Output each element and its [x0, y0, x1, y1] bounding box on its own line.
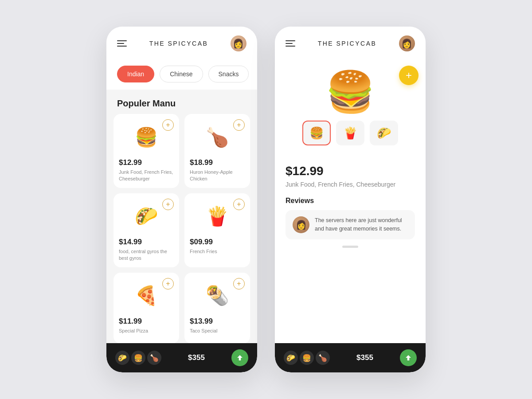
- phone2-header: THE SPICYCAB 👩: [275, 27, 426, 59]
- phones-container: THE SPICYCAB 👩 Indian Chinese Snacks Pop…: [106, 27, 426, 372]
- phone2-avatar[interactable]: 👩: [399, 35, 415, 51]
- item-1-price: $12.99: [119, 158, 174, 167]
- item-3-desc: food, central gyros the best gyros: [119, 248, 174, 262]
- tab-snacks[interactable]: Snacks: [208, 66, 249, 82]
- phone2-checkout-button[interactable]: [400, 349, 417, 366]
- add-item-1-button[interactable]: +: [162, 119, 174, 131]
- item-5-price: $11.99: [119, 317, 174, 326]
- hamburger-menu-icon[interactable]: [117, 40, 127, 47]
- detail-info: $12.99 Junk Food, French Fries, Cheesebu…: [275, 157, 426, 261]
- section-title: Populer Manu: [106, 90, 257, 114]
- menu-item-5[interactable]: + 🍕 $11.99 Special Pizza: [113, 273, 179, 344]
- item-5-desc: Special Pizza: [119, 328, 174, 334]
- scroll-indicator: [286, 239, 415, 254]
- phone2-app-title: THE SPICYCAB: [318, 40, 377, 47]
- detail-add-button[interactable]: +: [399, 66, 419, 85]
- arrow-up-icon: [236, 354, 244, 362]
- avatar[interactable]: 👩: [231, 35, 246, 51]
- phone1-header: THE SPICYCAB 👩: [106, 27, 257, 59]
- menu-item-2[interactable]: + 🍗 $18.99 Huron Honey-Apple Chicken: [184, 114, 250, 188]
- thumbnail-1[interactable]: 🍔: [302, 121, 331, 145]
- detail-image-area: + 🍔 🍔 🍟 🌮: [275, 59, 426, 157]
- phone2-cart-total: $355: [333, 353, 396, 362]
- add-item-4-button[interactable]: +: [233, 199, 245, 210]
- menu-item-6[interactable]: + 🌯 $13.99 Taco Special: [184, 273, 250, 344]
- menu-item-4[interactable]: + 🍟 $09.99 French Fries: [184, 193, 250, 267]
- tab-indian[interactable]: Indian: [117, 66, 154, 82]
- category-tabs: Indian Chinese Snacks: [106, 59, 257, 90]
- cart-total: $355: [165, 353, 228, 362]
- phone-2: THE SPICYCAB 👩 + 🍔 🍔 🍟 🌮 $12.99 Junk Foo: [275, 27, 426, 372]
- item-6-price: $13.99: [190, 317, 245, 326]
- item-6-desc: Taco Special: [190, 328, 245, 334]
- add-item-2-button[interactable]: +: [233, 119, 245, 131]
- menu-grid: + 🍔 $12.99 Junk Food, French Fries, Chee…: [113, 114, 250, 344]
- phone2-arrow-up-icon: [404, 354, 412, 362]
- item-1-desc: Junk Food, French Fries, Cheeseburger: [119, 169, 174, 183]
- review-card: 👩 The servers here are just wonderful an…: [286, 210, 415, 239]
- item-4-desc: French Fries: [190, 248, 245, 255]
- phone1-bottom-bar: 🌮 🍔 🍗 $355: [106, 343, 257, 372]
- menu-item-1[interactable]: + 🍔 $12.99 Junk Food, French Fries, Chee…: [113, 114, 179, 188]
- cart-thumbnails: 🌮 🍔 🍗: [115, 351, 161, 365]
- checkout-button[interactable]: [231, 349, 248, 366]
- menu-scroll-area[interactable]: + 🍔 $12.99 Junk Food, French Fries, Chee…: [106, 114, 257, 372]
- phone2-bottom-bar: 🌮 🍔 🍗 $355: [275, 343, 426, 372]
- review-text: The servers here are just wonderful and …: [315, 216, 408, 233]
- main-food-image: 🍔: [325, 72, 375, 112]
- phone2-hamburger-menu-icon[interactable]: [286, 40, 295, 47]
- add-item-3-button[interactable]: +: [162, 199, 174, 210]
- item-3-price: $14.99: [119, 238, 174, 246]
- phone2-cart-thumb-3: 🍗: [316, 351, 330, 365]
- cart-thumb-3: 🍗: [147, 351, 161, 365]
- phone2-content-area[interactable]: + 🍔 🍔 🍟 🌮 $12.99 Junk Food, French Fries…: [275, 59, 426, 372]
- detail-price: $12.99: [286, 164, 415, 178]
- scroll-dot: [342, 246, 358, 248]
- phone2-cart-thumb-1: 🌮: [284, 351, 298, 365]
- thumbnail-2[interactable]: 🍟: [336, 121, 364, 145]
- reviewer-avatar: 👩: [293, 216, 309, 233]
- cart-thumb-1: 🌮: [115, 351, 129, 365]
- item-2-desc: Huron Honey-Apple Chicken: [190, 169, 245, 183]
- menu-item-3[interactable]: + 🌮 $14.99 food, central gyros the best …: [113, 193, 179, 267]
- phone2-cart-thumb-2: 🍔: [300, 351, 314, 365]
- reviews-title: Reviews: [286, 197, 415, 205]
- thumbnail-row: 🍔 🍟 🌮: [302, 116, 398, 153]
- thumbnail-3[interactable]: 🌮: [370, 121, 398, 145]
- app-title: THE SPICYCAB: [149, 40, 208, 47]
- phone-1: THE SPICYCAB 👩 Indian Chinese Snacks Pop…: [106, 27, 257, 372]
- add-item-6-button[interactable]: +: [233, 278, 245, 289]
- phone2-cart-thumbnails: 🌮 🍔 🍗: [284, 351, 330, 365]
- item-2-price: $18.99: [190, 158, 245, 167]
- detail-description: Junk Food, French Fries, Cheeseburger: [286, 181, 415, 188]
- add-item-5-button[interactable]: +: [162, 278, 174, 289]
- tab-chinese[interactable]: Chinese: [160, 66, 203, 82]
- cart-thumb-2: 🍔: [131, 351, 145, 365]
- item-4-price: $09.99: [190, 238, 245, 246]
